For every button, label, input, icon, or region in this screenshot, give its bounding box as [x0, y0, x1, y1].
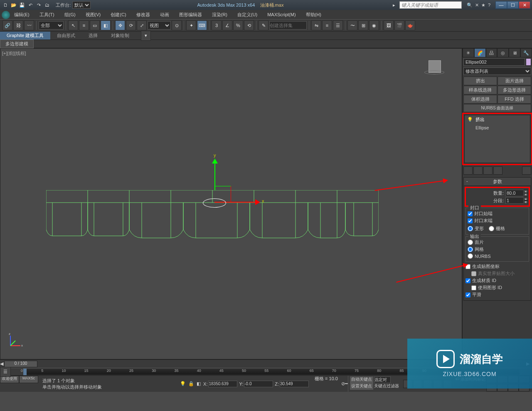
project-icon[interactable]: 🗂: [43, 1, 51, 9]
select-icon[interactable]: ↖: [68, 20, 78, 30]
bind-icon[interactable]: 〰: [24, 20, 34, 30]
grid-radio[interactable]: [489, 226, 494, 231]
menu-animation[interactable]: 动画: [156, 11, 173, 19]
app-logo-icon[interactable]: [2, 11, 10, 19]
menu-views[interactable]: 视图(V): [81, 11, 105, 19]
make-unique-icon[interactable]: [483, 166, 493, 175]
object-color-swatch[interactable]: [526, 58, 531, 66]
snap-toggle-icon[interactable]: 3: [212, 20, 222, 30]
angle-snap-icon[interactable]: ∠: [222, 20, 232, 30]
mod-polysel-button[interactable]: 多边形选择: [498, 86, 531, 94]
curve-editor-icon[interactable]: 〜: [347, 20, 357, 30]
schematic-icon[interactable]: ⊞: [358, 20, 368, 30]
minimize-button[interactable]: —: [495, 1, 507, 9]
object-name-input[interactable]: [463, 58, 525, 66]
help-search-input[interactable]: [399, 1, 462, 9]
selection-set-input[interactable]: [269, 21, 307, 30]
tab-paint[interactable]: 对象绘制: [104, 32, 136, 40]
menu-group[interactable]: 组(G): [60, 11, 80, 19]
menu-rendering[interactable]: 渲染(R): [208, 11, 232, 19]
menu-customize[interactable]: 自定义(U): [233, 11, 261, 19]
time-slider[interactable]: 0 / 100: [4, 361, 37, 367]
align-icon[interactable]: ≡: [322, 20, 332, 30]
pin-stack-icon[interactable]: [463, 166, 473, 175]
mesh-radio[interactable]: [468, 247, 473, 252]
mod-patchsel-button[interactable]: 面片选择: [498, 77, 531, 85]
z-coord-input[interactable]: [280, 381, 309, 387]
selection-filter-dropdown[interactable]: 全部: [39, 21, 64, 30]
cap-start-checkbox[interactable]: [468, 211, 473, 216]
x-coord-input[interactable]: [208, 381, 237, 387]
key-target-input[interactable]: [374, 376, 391, 383]
render-icon[interactable]: 🫖: [405, 20, 415, 30]
morph-radio[interactable]: [468, 226, 473, 231]
utilities-tab-icon[interactable]: 🔧: [520, 48, 532, 57]
smooth-checkbox[interactable]: [466, 292, 470, 297]
stack-item-extrude[interactable]: 💡 挤出: [465, 115, 530, 124]
menu-maxscript[interactable]: MAXScript(M): [263, 11, 300, 18]
mod-extrude-button[interactable]: 挤出: [463, 77, 497, 85]
mirror-icon[interactable]: ⇋: [311, 20, 321, 30]
lock-icon[interactable]: 💡: [180, 381, 186, 386]
layers-icon[interactable]: ☰: [333, 20, 343, 30]
menu-tools[interactable]: 工具(T): [35, 11, 59, 19]
mod-nurbssel-button[interactable]: NURBS 曲面选择: [463, 104, 531, 112]
move-icon[interactable]: ✥: [115, 20, 125, 30]
render-setup-icon[interactable]: 🖼: [384, 20, 394, 30]
window-crossing-icon[interactable]: ◧: [101, 20, 111, 30]
search-icon[interactable]: 🔍: [467, 2, 473, 8]
tab-selection[interactable]: 选择: [82, 32, 104, 40]
tab-freeform[interactable]: 自由形式: [50, 32, 82, 40]
keyfilter-button[interactable]: 关键点过滤器: [374, 383, 399, 390]
mod-splinesel-button[interactable]: 样条线选择: [463, 86, 497, 94]
isolate-icon[interactable]: ◧: [197, 381, 201, 386]
comm-center-icon[interactable]: ▸: [390, 1, 398, 9]
patch-radio[interactable]: [468, 240, 473, 245]
y-coord-input[interactable]: [244, 381, 273, 387]
mod-ffdsel-button[interactable]: FFD 选择: [498, 95, 531, 104]
segments-spinner[interactable]: ▲▼: [505, 197, 528, 204]
display-tab-icon[interactable]: 🖥: [509, 48, 520, 57]
tab-graphite[interactable]: Graphite 建模工具: [0, 32, 50, 40]
workspace-dropdown[interactable]: 默认: [72, 1, 91, 9]
percent-snap-icon[interactable]: %: [233, 20, 243, 30]
redo-icon[interactable]: ↷: [35, 1, 42, 9]
rotate-icon[interactable]: ⟳: [126, 20, 136, 30]
open-file-icon[interactable]: 📂: [10, 1, 17, 9]
favorite-icon[interactable]: ★: [481, 2, 485, 8]
maximize-button[interactable]: ☐: [507, 1, 519, 9]
autokey-button[interactable]: 自动关键点: [350, 376, 373, 383]
manipulate-icon[interactable]: ✦: [186, 20, 196, 30]
spinner-snap-icon[interactable]: ⟲: [244, 20, 254, 30]
trackbar-toggle-icon[interactable]: ☰: [0, 367, 11, 377]
subtab-polymodeling[interactable]: 多边形建模: [0, 40, 34, 48]
keyboard-shortcut-icon[interactable]: ⌨: [197, 20, 207, 30]
material-editor-icon[interactable]: ◉: [369, 20, 379, 30]
viewport-label[interactable]: [+][前][线框]: [2, 50, 26, 57]
render-frame-icon[interactable]: 🎬: [394, 20, 404, 30]
remove-mod-icon[interactable]: [493, 166, 502, 175]
mod-volsel-button[interactable]: 体积选择: [463, 95, 497, 104]
menu-edit[interactable]: 编辑(E): [10, 11, 34, 19]
ribbon-expand-icon[interactable]: ▾: [141, 31, 151, 41]
create-tab-icon[interactable]: ✳: [463, 48, 474, 57]
timeline-knob[interactable]: [23, 369, 27, 375]
amount-input[interactable]: [505, 190, 524, 196]
motion-tab-icon[interactable]: ◎: [497, 48, 509, 57]
modifier-stack[interactable]: 💡 挤出 Ellipse: [464, 115, 530, 163]
gen-map-checkbox[interactable]: [466, 264, 470, 269]
link-icon[interactable]: 🔗: [2, 20, 12, 30]
close-button[interactable]: ✕: [519, 1, 530, 9]
nurbs-radio[interactable]: [468, 253, 473, 259]
viewport-front[interactable]: [+][前][线框]: [0, 48, 462, 359]
show-end-icon[interactable]: [473, 166, 483, 175]
undo-icon[interactable]: ↶: [27, 1, 34, 9]
params-rollout-header[interactable]: -参数: [463, 177, 531, 186]
pivot-icon[interactable]: ⊙: [172, 20, 182, 30]
configure-sets-icon[interactable]: [522, 166, 531, 175]
gen-mat-checkbox[interactable]: [466, 278, 470, 283]
menu-grapheditors[interactable]: 图形编辑器: [175, 11, 206, 19]
select-by-name-icon[interactable]: ≡: [79, 20, 89, 30]
ref-coord-dropdown[interactable]: 视图: [148, 21, 171, 30]
select-region-icon[interactable]: ▭: [90, 20, 100, 30]
